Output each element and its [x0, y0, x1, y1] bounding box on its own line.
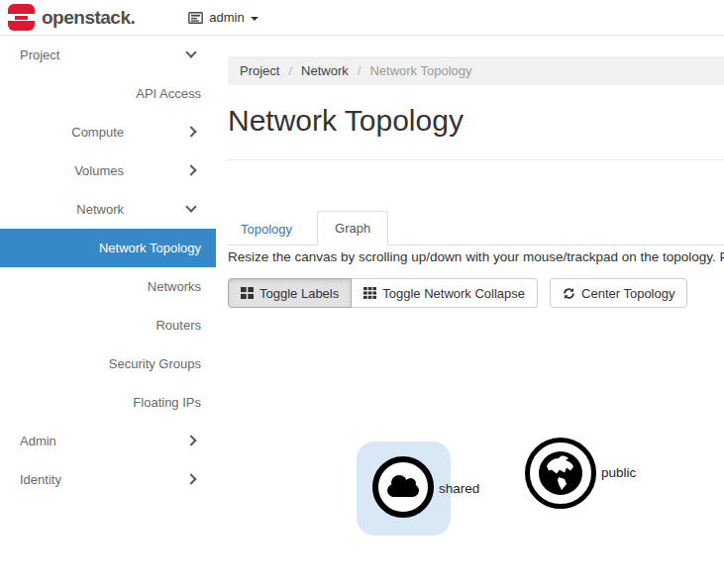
th-icon: [363, 287, 376, 299]
chevron-right-icon: [185, 473, 196, 484]
sidebar-item-project[interactable]: Project: [0, 36, 216, 74]
breadcrumb-separator: /: [358, 63, 362, 78]
top-navbar: openstack. admin: [0, 0, 724, 36]
topology-help-text: Resize the canvas by scrolling up/down w…: [228, 249, 724, 264]
tab-topology[interactable]: Topology: [228, 213, 305, 245]
openstack-logo-icon: [8, 4, 35, 31]
toggle-network-collapse-button[interactable]: Toggle Network Collapse: [352, 278, 538, 308]
center-topology-button[interactable]: Center Topology: [550, 278, 687, 308]
sidebar-item-floating-ips[interactable]: Floating IPs: [0, 383, 216, 422]
breadcrumb-network[interactable]: Network: [301, 63, 349, 78]
th-large-icon: [241, 287, 254, 299]
user-menu-label: admin: [209, 10, 244, 25]
refresh-icon: [563, 287, 575, 300]
cloud-icon: [387, 484, 419, 497]
sidebar-item-volumes[interactable]: Volumes: [0, 151, 216, 190]
toggle-labels-button[interactable]: Toggle Labels: [228, 278, 352, 308]
chevron-down-icon: [185, 201, 196, 212]
page-title: Network Topology: [228, 102, 724, 139]
openstack-logo[interactable]: openstack.: [8, 4, 135, 31]
sidebar-item-networks[interactable]: Networks: [0, 267, 216, 306]
brand-text: openstack.: [42, 7, 135, 29]
tab-bar: Topology Graph: [228, 213, 724, 245]
chevron-down-icon: [185, 47, 196, 57]
sidebar-item-network[interactable]: Network: [0, 190, 216, 229]
topology-toolbar: Toggle Labels Toggle Network Collapse: [228, 278, 724, 308]
shared-network-node[interactable]: [372, 456, 434, 518]
globe-icon: [539, 451, 582, 495]
list-card-icon: [188, 12, 203, 24]
user-menu-dropdown[interactable]: admin: [188, 10, 258, 25]
caret-down-icon: [251, 17, 259, 21]
chevron-right-icon: [185, 164, 196, 175]
breadcrumb-separator: /: [288, 63, 292, 78]
sidebar-item-admin[interactable]: Admin: [0, 422, 216, 460]
sidebar-item-api-access[interactable]: API Access: [0, 74, 216, 113]
sidebar-item-routers[interactable]: Routers: [0, 306, 216, 344]
sidebar-item-security-groups[interactable]: Security Groups: [0, 344, 216, 383]
chevron-right-icon: [185, 435, 196, 445]
main-content: Project / Network / Network Topology Net…: [228, 36, 724, 308]
sidebar-item-network-topology[interactable]: Network Topology: [0, 229, 216, 267]
shared-network-label: shared: [439, 481, 479, 496]
title-divider: [228, 159, 724, 160]
public-network-label: public: [601, 465, 636, 480]
sidebar-nav: Project API Access Compute Volumes Netwo…: [0, 36, 216, 499]
sidebar-item-identity[interactable]: Identity: [0, 460, 216, 499]
chevron-right-icon: [185, 126, 196, 137]
public-network-node[interactable]: [525, 438, 596, 509]
tab-graph[interactable]: Graph: [317, 211, 388, 245]
breadcrumb-current: Network Topology: [369, 63, 471, 78]
toggle-button-group: Toggle Labels Toggle Network Collapse: [228, 278, 538, 308]
sidebar-item-compute[interactable]: Compute: [0, 113, 216, 151]
breadcrumb-project[interactable]: Project: [240, 63, 279, 78]
breadcrumb: Project / Network / Network Topology: [228, 56, 724, 85]
